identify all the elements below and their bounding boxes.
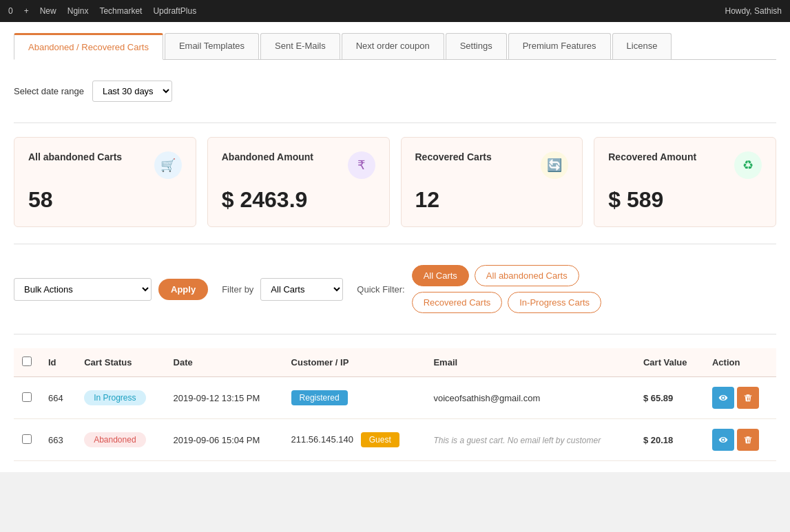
- row-664-date: 2019-09-12 13:15 PM: [165, 377, 283, 419]
- row-663-customer: 211.56.145.140 Guest: [283, 419, 426, 461]
- row-664-status-badge: In Progress: [84, 390, 145, 405]
- row-663-id: 663: [40, 419, 76, 461]
- carts-table: Id Cart Status Date Customer / IP Email …: [14, 348, 776, 461]
- header-cart-status: Cart Status: [76, 348, 165, 377]
- tab-abandoned-recovered[interactable]: Abandoned / Recovered Carts: [14, 33, 163, 60]
- admin-bar-zero[interactable]: 0: [8, 6, 13, 16]
- quick-filter-label: Quick Filter:: [357, 284, 404, 295]
- stat-value-abandoned-amount: $ 2463.9: [222, 187, 375, 213]
- date-range-select[interactable]: Last 30 days Last 7 days Last 60 days La…: [92, 81, 172, 102]
- row-663-status-badge: Abandoned: [84, 432, 145, 447]
- cart-icon: 🛒: [154, 151, 182, 179]
- section-divider-2: [14, 244, 776, 244]
- stat-card-recovered-carts: Recovered Carts 🔄 12: [401, 137, 583, 227]
- carts-table-wrap: Id Cart Status Date Customer / IP Email …: [14, 348, 776, 461]
- stat-title-all-abandoned: All abandoned Carts: [28, 151, 122, 162]
- admin-bar-updraftplus[interactable]: UpdraftPlus: [153, 6, 196, 16]
- eye-icon: [718, 393, 728, 403]
- stat-title-recovered-amount: Recovered Amount: [608, 151, 696, 162]
- row-664-id: 664: [40, 377, 76, 419]
- qf-in-progress-carts-button[interactable]: In-Progress Carts: [508, 292, 601, 313]
- select-all-checkbox[interactable]: [22, 357, 32, 366]
- row-663-action: [704, 419, 776, 461]
- row-663-status: Abandoned: [76, 419, 165, 461]
- row-663-customer-badge: Guest: [361, 432, 399, 447]
- row-664-action: [704, 377, 776, 419]
- header-date: Date: [165, 348, 283, 377]
- header-email: Email: [425, 348, 635, 377]
- stat-value-recovered-carts: 12: [415, 187, 569, 213]
- qf-all-carts-button[interactable]: All Carts: [412, 265, 469, 286]
- filter-by-label: Filter by: [222, 284, 253, 295]
- stat-card-recovered-amount: Recovered Amount ♻ $ 589: [594, 137, 776, 227]
- tab-next-order-coupon[interactable]: Next order coupon: [342, 33, 444, 59]
- trash-icon: [743, 393, 753, 403]
- row-664-checkbox[interactable]: [22, 392, 32, 402]
- eye-icon: [718, 435, 728, 445]
- header-customer-ip: Customer / IP: [283, 348, 426, 377]
- row-663-ip: 211.56.145.140: [291, 434, 353, 445]
- tab-sent-emails[interactable]: Sent E-Mails: [260, 33, 340, 59]
- row-663-cart-value: $ 20.18: [635, 419, 704, 461]
- tab-premium-features[interactable]: Premium Features: [508, 33, 611, 59]
- stat-value-recovered-amount: $ 589: [608, 187, 762, 213]
- admin-bar: 0 + New Nginx Techmarket UpdraftPlus How…: [0, 0, 790, 22]
- row-664-cart-value: $ 65.89: [635, 377, 704, 419]
- header-cart-value: Cart Value: [635, 348, 704, 377]
- qf-all-abandoned-button[interactable]: All abandoned Carts: [475, 265, 579, 286]
- row-664-customer: Registered: [283, 377, 426, 419]
- recycle-icon: ♻: [734, 151, 762, 179]
- row-663-delete-button[interactable]: [737, 429, 759, 451]
- stat-card-all-abandoned: All abandoned Carts 🛒 58: [14, 137, 196, 227]
- apply-button[interactable]: Apply: [158, 279, 208, 300]
- row-664-customer-badge: Registered: [291, 390, 348, 405]
- admin-bar-plus[interactable]: +: [24, 6, 29, 16]
- row-664-checkbox-cell: [14, 377, 40, 419]
- row-664-action-btns: [712, 387, 768, 409]
- admin-bar-new[interactable]: New: [40, 6, 56, 16]
- row-664-status: In Progress: [76, 377, 165, 419]
- row-663-date: 2019-09-06 15:04 PM: [165, 419, 283, 461]
- section-divider-1: [14, 123, 776, 123]
- row-663-checkbox-cell: [14, 419, 40, 461]
- row-663-action-btns: [712, 429, 768, 451]
- tab-settings[interactable]: Settings: [446, 33, 507, 59]
- header-id: Id: [40, 348, 76, 377]
- stat-card-abandoned-amount: Abandoned Amount ₹ $ 2463.9: [207, 137, 390, 227]
- filter-row: Bulk Actions Delete Apply Filter by All …: [14, 258, 776, 320]
- header-checkbox-col: [14, 348, 40, 377]
- row-663-checkbox[interactable]: [22, 434, 32, 444]
- date-range-label: Select date range: [14, 86, 84, 96]
- stats-row: All abandoned Carts 🛒 58 Abandoned Amoun…: [14, 137, 776, 227]
- header-action: Action: [704, 348, 776, 377]
- filter-by-select[interactable]: All Carts Abandoned Recovered: [260, 278, 343, 301]
- admin-bar-howdy: Howdy, Sathish: [725, 6, 782, 16]
- row-663-email: This is a guest cart. No email left by c…: [425, 419, 635, 461]
- admin-bar-techmarket[interactable]: Techmarket: [99, 6, 142, 16]
- row-664-email: voiceofsathish@gmail.com: [425, 377, 635, 419]
- tab-nav: Abandoned / Recovered Carts Email Templa…: [14, 33, 776, 60]
- qf-recovered-carts-button[interactable]: Recovered Carts: [412, 292, 503, 313]
- date-range-row: Select date range Last 30 days Last 7 da…: [14, 74, 776, 109]
- stat-title-recovered-carts: Recovered Carts: [415, 151, 492, 162]
- row-663-view-button[interactable]: [712, 429, 734, 451]
- refresh-icon: 🔄: [541, 151, 568, 179]
- table-row: 663 Abandoned 2019-09-06 15:04 PM 211.56…: [14, 419, 776, 461]
- row-664-view-button[interactable]: [712, 387, 734, 409]
- row-663-email-text: This is a guest cart. No email left by c…: [433, 436, 601, 445]
- admin-bar-nginx[interactable]: Nginx: [67, 6, 89, 16]
- bulk-actions-select[interactable]: Bulk Actions Delete: [14, 278, 152, 301]
- tab-email-templates[interactable]: Email Templates: [165, 33, 259, 59]
- stat-value-all-abandoned: 58: [28, 187, 182, 213]
- section-divider-3: [14, 334, 776, 334]
- table-row: 664 In Progress 2019-09-12 13:15 PM Regi…: [14, 377, 776, 419]
- table-header-row: Id Cart Status Date Customer / IP Email …: [14, 348, 776, 377]
- row-664-delete-button[interactable]: [737, 387, 759, 409]
- stat-title-abandoned-amount: Abandoned Amount: [222, 151, 313, 162]
- main-content: Abandoned / Recovered Carts Email Templa…: [0, 22, 790, 472]
- rupee-icon: ₹: [348, 151, 375, 179]
- tab-license[interactable]: License: [612, 33, 672, 59]
- trash-icon: [743, 435, 753, 445]
